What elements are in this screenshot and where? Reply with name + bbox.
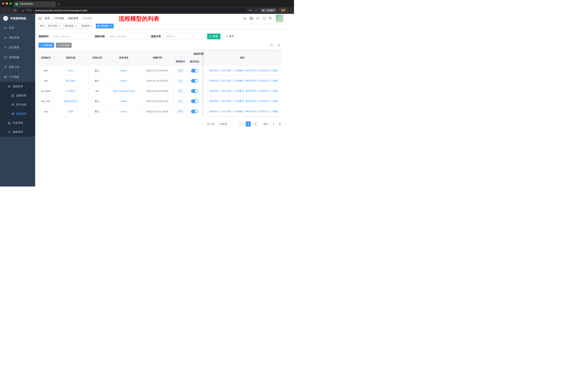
sidebar-item-system[interactable]: 系统管理	[0, 33, 35, 43]
active-toggle[interactable]	[191, 100, 198, 103]
reload-button[interactable]	[12, 8, 17, 13]
form-info-link[interactable]: biubiu	[121, 100, 127, 102]
action-delete-link[interactable]: 删除	[271, 90, 278, 92]
breadcrumb-process-mgmt[interactable]: 流程管理	[68, 17, 78, 20]
breadcrumb-workflow[interactable]: 工作流程	[54, 17, 64, 20]
close-window-button[interactable]	[2, 2, 4, 5]
prev-page-button[interactable]	[238, 121, 243, 127]
action-publish-link[interactable]: 发布流程	[245, 79, 257, 82]
breadcrumb-home[interactable]: 首页	[45, 17, 50, 20]
reset-button[interactable]: 重置	[223, 33, 237, 39]
process-name-link[interactable]: 测试多审批人	[64, 100, 78, 102]
user-avatar[interactable]	[276, 15, 284, 22]
github-icon[interactable]	[249, 16, 253, 21]
sidebar-item-process-mgmt[interactable]: 流程管理	[0, 82, 35, 91]
action-design-link[interactable]: 设计流程	[220, 69, 231, 72]
action-design-link[interactable]: 设计流程	[220, 110, 231, 113]
sidebar-item-leave-query[interactable]: 请假查询	[0, 128, 35, 137]
action-edit-link[interactable]: 修改流程	[207, 100, 219, 103]
browser-tab[interactable]: 芋道管理系统 ×	[13, 1, 56, 7]
header-search-icon[interactable]	[242, 16, 247, 21]
page-size-select[interactable]: 10条/页	[218, 121, 234, 127]
new-tab-button[interactable]: +	[58, 3, 60, 6]
sidebar-item-devtools[interactable]: 研发工具	[0, 62, 35, 72]
tag-my-process[interactable]: 我的流程 ×	[63, 24, 79, 28]
minimize-window-button[interactable]	[6, 2, 8, 5]
address-bar[interactable]: 不安全 dashboard.yudao.iocoder.cn/bpm/manag…	[19, 8, 246, 13]
tag-tenant-mgmt[interactable]: 租户管理 ×	[47, 24, 62, 28]
hamburger-icon[interactable]	[38, 17, 42, 20]
process-name-link[interactable]: 滔博	[68, 110, 73, 113]
action-publish-link[interactable]: 发布流程	[245, 69, 257, 72]
active-toggle[interactable]	[191, 89, 198, 93]
process-name-link[interactable]: OA 请假	[66, 90, 75, 92]
tag-home[interactable]: 首页	[38, 24, 46, 28]
current-page-button[interactable]: 1	[246, 121, 251, 127]
sidebar-item-process-form[interactable]: 流程表单	[0, 91, 35, 100]
action-definition-link[interactable]: 流程定义	[258, 69, 270, 72]
tag-process-model[interactable]: 流程模型 ×	[96, 24, 114, 28]
create-process-button[interactable]: 新建流程	[38, 43, 54, 48]
tag-process-form[interactable]: 流程表单 ×	[79, 24, 95, 28]
action-definition-link[interactable]: 流程定义	[258, 110, 270, 113]
action-design-link[interactable]: 设计流程	[220, 100, 231, 103]
chrome-update-button[interactable]: 更新	[279, 8, 288, 13]
form-info-link[interactable]: /bpm/oa/leave/create	[113, 90, 135, 92]
font-size-icon[interactable]: TT	[268, 16, 273, 21]
browser-menu-icon[interactable]: ⋮	[290, 9, 292, 12]
action-publish-link[interactable]: 发布流程	[245, 90, 257, 92]
active-toggle[interactable]	[191, 110, 198, 113]
sidebar-item-workflow[interactable]: 工作流程	[0, 72, 35, 82]
goto-page-input[interactable]	[269, 121, 277, 127]
zoom-window-button[interactable]	[10, 2, 12, 5]
action-assign-rule-link[interactable]: 分配规则	[232, 69, 244, 72]
form-info-link[interactable]: biubiu	[121, 69, 127, 72]
sidebar-item-infrastructure[interactable]: 基础设施	[0, 52, 35, 62]
security-status[interactable]: 不安全	[21, 9, 32, 12]
search-button[interactable]: 搜索	[207, 33, 220, 39]
action-design-link[interactable]: 设计流程	[220, 90, 231, 92]
action-edit-link[interactable]: 修改流程	[207, 110, 219, 113]
sidebar-item-task-mgmt[interactable]: 任务管理	[0, 118, 35, 128]
tag-close-icon[interactable]: ×	[110, 25, 112, 27]
process-name-input[interactable]	[107, 33, 148, 39]
action-definition-link[interactable]: 流程定义	[258, 100, 270, 103]
forward-button[interactable]: →	[7, 8, 12, 13]
tag-close-icon[interactable]: ×	[74, 25, 77, 27]
category-select[interactable]: 流程分类	[163, 33, 205, 39]
action-edit-link[interactable]: 修改流程	[207, 69, 219, 72]
tag-close-icon[interactable]: ×	[91, 25, 93, 27]
form-info-link[interactable]: biubiu	[121, 80, 127, 82]
help-icon[interactable]: ?	[255, 16, 260, 21]
active-toggle[interactable]	[191, 69, 198, 72]
sidebar-item-home[interactable]: 首页	[0, 23, 35, 33]
action-design-link[interactable]: 设计流程	[220, 79, 231, 82]
action-definition-link[interactable]: 流程定义	[258, 90, 270, 92]
fullscreen-icon[interactable]	[262, 16, 266, 21]
action-assign-rule-link[interactable]: 分配规则	[232, 110, 244, 113]
import-process-button[interactable]: 导入流程	[56, 43, 72, 48]
next-page-button[interactable]	[253, 121, 258, 127]
action-publish-link[interactable]: 发布流程	[245, 100, 257, 103]
sidebar-item-payment[interactable]: ¥ 支付管理	[0, 43, 35, 52]
bookmark-star-icon[interactable]: ☆	[254, 8, 258, 12]
action-publish-link[interactable]: 发布流程	[245, 110, 257, 113]
action-assign-rule-link[interactable]: 分配规则	[232, 100, 244, 103]
sidebar-item-user-group[interactable]: 用户分组	[0, 100, 35, 109]
active-toggle[interactable]	[191, 79, 198, 83]
back-button[interactable]: ←	[2, 8, 7, 13]
action-assign-rule-link[interactable]: 分配规则	[232, 79, 244, 82]
form-info-link[interactable]: biubiu	[121, 110, 127, 113]
action-delete-link[interactable]: 删除	[271, 100, 278, 103]
process-name-link[interactable]: 自己审批	[66, 80, 75, 82]
refresh-table-button[interactable]	[276, 43, 281, 48]
action-delete-link[interactable]: 删除	[271, 110, 278, 113]
action-edit-link[interactable]: 修改流程	[207, 79, 219, 82]
action-delete-link[interactable]: 删除	[271, 69, 278, 72]
tag-close-icon[interactable]: ×	[58, 25, 61, 27]
tab-close-icon[interactable]: ×	[52, 3, 54, 6]
toggle-search-button[interactable]	[269, 43, 274, 48]
action-edit-link[interactable]: 修改流程	[207, 90, 219, 92]
action-assign-rule-link[interactable]: 分配规则	[232, 90, 244, 92]
sidebar-item-process-model[interactable]: 流程模型	[0, 109, 35, 118]
